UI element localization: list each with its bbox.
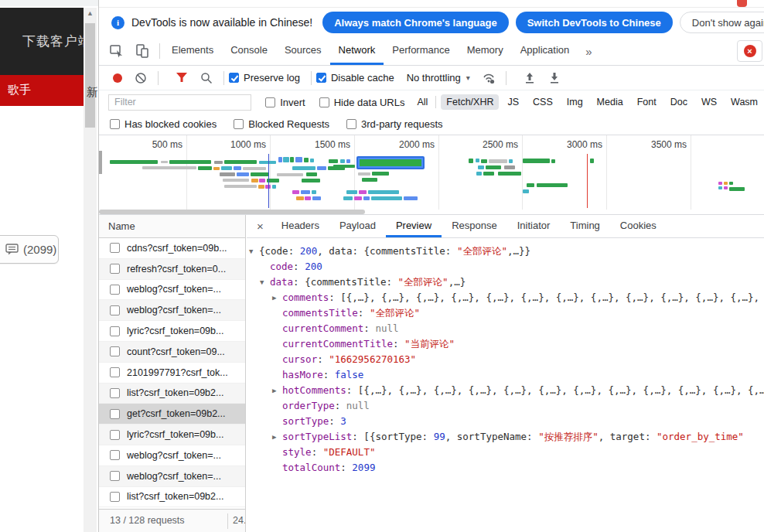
- request-row[interactable]: 2101997791?csrf_tok...: [99, 363, 246, 384]
- request-row[interactable]: get?csrf_token=09b2...: [99, 404, 246, 425]
- request-row[interactable]: weblog?csrf_token=...: [99, 300, 246, 321]
- tab-console[interactable]: Console: [222, 37, 276, 65]
- clear-icon[interactable]: [135, 72, 147, 84]
- request-checkbox[interactable]: [110, 243, 120, 253]
- detail-tab-timing[interactable]: Timing: [560, 215, 610, 237]
- import-har-icon[interactable]: [524, 72, 536, 84]
- hide-data-urls-checkbox[interactable]: [319, 97, 329, 107]
- preserve-log-checkbox[interactable]: [229, 73, 239, 83]
- request-checkbox[interactable]: [110, 409, 120, 419]
- filter-type-ws[interactable]: WS: [696, 94, 722, 110]
- request-checkbox[interactable]: [110, 388, 120, 398]
- request-checkbox[interactable]: [110, 367, 120, 377]
- request-row[interactable]: weblog?csrf_token=...: [99, 280, 246, 301]
- export-har-icon[interactable]: [548, 72, 561, 84]
- request-checkbox[interactable]: [110, 264, 120, 274]
- has-blocked-cookies-checkbox[interactable]: [110, 119, 120, 129]
- toolbar-divider: [158, 71, 159, 85]
- invert-checkbox[interactable]: [265, 97, 275, 107]
- requests-status-bar: 13 / 128 requests 24.6 kB: [99, 509, 246, 532]
- expand-arrow-icon[interactable]: ▶: [272, 429, 282, 445]
- filter-icon[interactable]: [176, 72, 188, 84]
- match-language-button[interactable]: Always match Chrome's language: [322, 12, 508, 33]
- filter-type-fetchxhr[interactable]: Fetch/XHR: [441, 94, 499, 110]
- error-count-button[interactable]: ×: [737, 40, 762, 62]
- filter-type-all[interactable]: All: [418, 97, 428, 107]
- request-row[interactable]: list?csrf_token=09b2...: [99, 487, 246, 508]
- filter-type-media[interactable]: Media: [592, 94, 629, 110]
- page-scrollbar-thumb[interactable]: [85, 23, 95, 128]
- timeline-hscrollbar[interactable]: [99, 210, 365, 214]
- request-row[interactable]: count?csrf_token=09...: [99, 342, 246, 363]
- request-checkbox[interactable]: [110, 326, 120, 336]
- collapse-arrow-icon[interactable]: ▼: [260, 275, 270, 290]
- timeline-vscrollbar[interactable]: [99, 151, 102, 174]
- comment-count-button[interactable]: (2099): [0, 235, 59, 264]
- request-row[interactable]: refresh?csrf_token=0...: [99, 259, 246, 280]
- collapse-arrow-icon[interactable]: ▼: [249, 244, 259, 259]
- detail-tab-headers[interactable]: Headers: [271, 215, 329, 237]
- request-checkbox[interactable]: [110, 450, 120, 460]
- filter-type-doc[interactable]: Doc: [665, 94, 693, 110]
- request-checkbox[interactable]: [110, 430, 120, 440]
- tab-performance[interactable]: Performance: [384, 37, 458, 65]
- inspect-element-icon[interactable]: [109, 43, 124, 59]
- detail-tab-response[interactable]: Response: [442, 215, 507, 237]
- detail-tab-preview[interactable]: Preview: [386, 215, 442, 237]
- json-key: sortTypeList: [282, 431, 352, 442]
- switch-chinese-button[interactable]: Switch DevTools to Chinese: [516, 12, 673, 33]
- filter-type-font[interactable]: Font: [632, 94, 662, 110]
- filter-type-js[interactable]: JS: [502, 94, 524, 110]
- waterfall-bar: [372, 172, 389, 176]
- expand-arrow-icon[interactable]: ▶: [272, 290, 282, 305]
- search-icon[interactable]: [200, 72, 213, 84]
- request-checkbox[interactable]: [110, 492, 120, 502]
- record-button[interactable]: [113, 73, 122, 83]
- json-string: "1662956270163": [329, 353, 416, 365]
- more-tabs-icon[interactable]: »: [578, 37, 599, 65]
- request-row[interactable]: weblog?csrf_token=...: [99, 445, 246, 466]
- name-column-header[interactable]: Name: [99, 215, 245, 238]
- tab-sources[interactable]: Sources: [276, 37, 330, 65]
- throttling-select[interactable]: No throttling: [407, 72, 461, 84]
- waterfall-bar: [476, 159, 479, 162]
- json-string: "DEFAULT": [323, 446, 376, 458]
- waterfall-bar: [340, 159, 345, 163]
- request-checkbox[interactable]: [110, 346, 120, 356]
- request-row[interactable]: cdns?csrf_token=09b...: [99, 238, 246, 259]
- tab-elements[interactable]: Elements: [163, 37, 222, 65]
- 3rd-party-requests-checkbox[interactable]: [346, 119, 356, 129]
- expand-arrow-icon[interactable]: ▶: [272, 383, 282, 398]
- request-name: weblog?csrf_token=...: [127, 305, 221, 315]
- detail-tab-payload[interactable]: Payload: [329, 215, 386, 237]
- blocked-requests-checkbox[interactable]: [234, 119, 244, 129]
- network-conditions-icon[interactable]: [483, 72, 495, 84]
- disable-cache-checkbox[interactable]: [316, 73, 326, 83]
- tab-application[interactable]: Application: [512, 37, 578, 65]
- network-overview-timeline[interactable]: 500 ms1000 ms1500 ms2000 ms2500 ms3000 m…: [99, 135, 764, 215]
- request-row[interactable]: lyric?csrf_token=09b...: [99, 425, 246, 445]
- waterfall-bar: [223, 179, 249, 182]
- tab-network[interactable]: Network: [330, 37, 384, 65]
- waterfall-bar: [243, 167, 266, 170]
- nav-item-singer[interactable]: 歌手: [8, 83, 31, 97]
- toolbar-divider: [435, 96, 436, 108]
- dismiss-banner-button[interactable]: Don't show again: [680, 12, 764, 33]
- request-checkbox[interactable]: [110, 471, 120, 481]
- request-row[interactable]: list?csrf_token=09b2...: [99, 384, 246, 404]
- waterfall-bar: [277, 173, 303, 176]
- filter-type-css[interactable]: CSS: [527, 94, 558, 110]
- close-icon[interactable]: ×: [247, 215, 271, 237]
- filter-type-img[interactable]: Img: [561, 94, 588, 110]
- request-row[interactable]: lyric?csrf_token=09b...: [99, 321, 246, 342]
- filter-input[interactable]: [108, 94, 251, 111]
- filter-type-wasm[interactable]: Wasm: [725, 94, 763, 110]
- detail-tab-cookies[interactable]: Cookies: [610, 215, 667, 237]
- request-checkbox[interactable]: [110, 285, 120, 295]
- device-toolbar-icon[interactable]: [135, 43, 150, 59]
- request-row[interactable]: weblog?csrf_token=...: [99, 466, 246, 487]
- scroll-up-arrow-icon[interactable]: ▲: [84, 9, 97, 17]
- detail-tab-initiator[interactable]: Initiator: [507, 215, 561, 237]
- tab-memory[interactable]: Memory: [459, 37, 512, 65]
- request-checkbox[interactable]: [110, 305, 120, 315]
